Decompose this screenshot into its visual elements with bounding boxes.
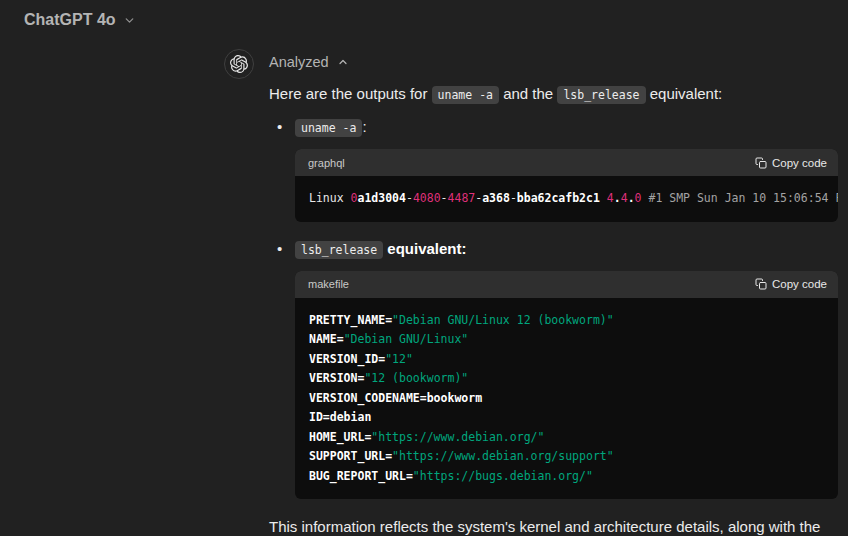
message-content: Analyzed Here are the outputs for uname … [269,49,838,536]
copy-icon [755,278,767,290]
inline-code-uname: uname -a [295,119,362,137]
message-intro: Here are the outputs for uname -a and th… [269,81,838,108]
analyzed-label: Analyzed [269,54,329,70]
inline-code-uname: uname -a [432,86,499,104]
openai-logo-icon [230,55,248,73]
assistant-avatar [224,49,254,79]
code-content: PRETTY_NAME="Debian GNU/Linux 12 (bookwo… [295,298,838,500]
code-language-label: makefile [308,273,349,295]
chevron-up-icon [337,56,349,68]
copy-code-button[interactable]: Copy code [755,157,827,169]
top-bar: ChatGPT 4o [20,9,140,31]
code-block-header: graphql Copy code [295,149,838,176]
analyzed-toggle[interactable]: Analyzed [269,54,349,70]
list-item-lsb-release: • lsb_release equivalent: makefile Copy … [295,238,838,500]
copy-code-label: Copy code [772,278,827,290]
inline-code-lsb-release: lsb_release [295,241,383,259]
intro-text: equivalent: [646,85,723,102]
chevron-down-icon [123,14,136,27]
code-block-uname: graphql Copy code Linux 0a1d3004-4080-44… [295,149,838,222]
copy-icon [755,157,767,169]
footer-text: This information reflects the system's k… [269,518,820,536]
bullet-marker: • [277,116,282,138]
intro-text: and the [499,85,557,102]
copy-code-button[interactable]: Copy code [755,278,827,290]
list-item-suffix: equivalent: [383,240,466,257]
list-item-suffix: : [362,118,366,135]
model-label: ChatGPT 4o [24,11,116,29]
model-switcher[interactable]: ChatGPT 4o [20,9,140,31]
list-item-uname: • uname -a: graphql Copy code Linux 0a1d… [295,116,838,222]
assistant-message: Analyzed Here are the outputs for uname … [224,49,838,536]
code-language-label: graphql [308,152,345,174]
message-footer: This information reflects the system's k… [269,516,838,536]
code-block-header: makefile Copy code [295,271,838,298]
intro-text: Here are the outputs for [269,85,432,102]
bullet-marker: • [277,238,282,260]
output-list: • uname -a: graphql Copy code Linux 0a1d… [269,116,838,499]
code-content: Linux 0a1d3004-4080-4487-a368-bba62cafb2… [295,176,838,222]
code-block-lsb-release: makefile Copy code PRETTY_NAME="Debian G… [295,271,838,500]
copy-code-label: Copy code [772,157,827,169]
inline-code-lsb-release: lsb_release [557,86,645,104]
